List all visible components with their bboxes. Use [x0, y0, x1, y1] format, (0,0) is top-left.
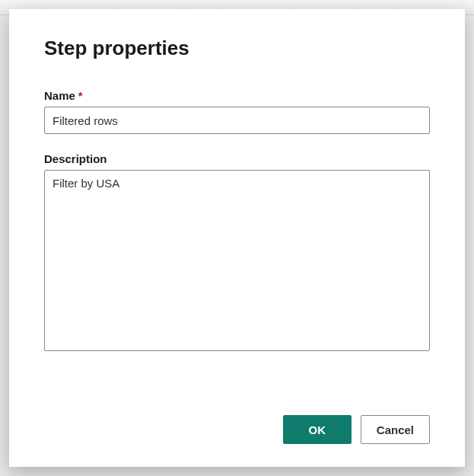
step-properties-dialog: Step properties Name* Description OK Can…	[9, 9, 465, 467]
name-field-group: Name*	[44, 89, 430, 134]
name-label: Name*	[44, 89, 430, 102]
ok-button[interactable]: OK	[283, 415, 352, 444]
required-asterisk: *	[78, 89, 83, 102]
description-label: Description	[44, 152, 430, 165]
dialog-title: Step properties	[44, 37, 430, 60]
name-input[interactable]	[44, 107, 430, 134]
name-label-text: Name	[44, 89, 75, 102]
cancel-button[interactable]: Cancel	[361, 415, 430, 444]
dialog-button-row: OK Cancel	[44, 415, 430, 444]
description-field-group: Description	[44, 152, 430, 351]
description-textarea[interactable]	[44, 170, 430, 351]
